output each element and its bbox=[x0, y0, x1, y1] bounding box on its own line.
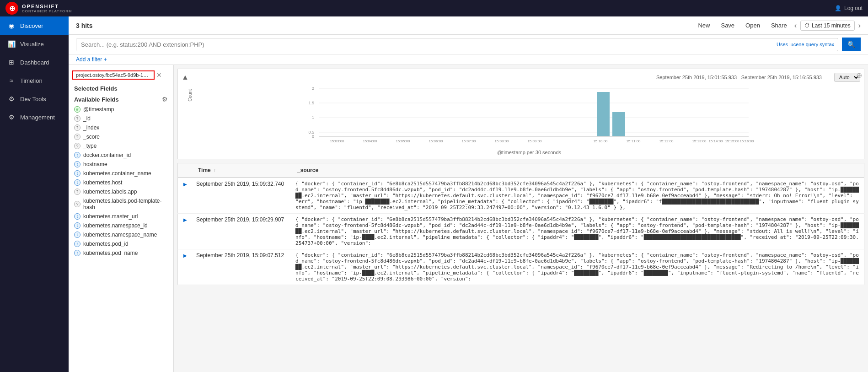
field-item-k8s-host[interactable]: t kubernetes.host bbox=[69, 178, 173, 187]
devtools-icon: ⚙ bbox=[7, 95, 16, 102]
field-item-docker-container-id[interactable]: t docker.container_id bbox=[69, 151, 173, 160]
col-time[interactable]: Time ↑ bbox=[193, 163, 292, 178]
nav-next-arrow[interactable]: › bbox=[858, 22, 861, 30]
svg-text:15:13:00: 15:13:00 bbox=[692, 139, 707, 143]
field-item-index[interactable]: ? _index bbox=[69, 123, 173, 132]
chart-svg: 2 1.5 1 0.5 0 bbox=[198, 84, 860, 148]
field-name: _index bbox=[83, 124, 99, 131]
field-name: kubernetes.pod_name bbox=[83, 250, 138, 256]
sidebar-item-discover[interactable]: ◉ Discover bbox=[0, 16, 69, 35]
search-bar: Uses lucene query syntax 🔍 bbox=[69, 35, 868, 54]
expand-arrow-icon[interactable]: ▶ bbox=[182, 253, 189, 258]
field-item-k8s-master-url[interactable]: t kubernetes.master_url bbox=[69, 212, 173, 221]
svg-text:15:15:00: 15:15:00 bbox=[725, 139, 739, 143]
sidebar-item-label: Dev Tools bbox=[20, 96, 46, 102]
field-name: _id bbox=[83, 115, 91, 122]
sidebar-item-management[interactable]: ⚙ Management bbox=[0, 108, 69, 126]
field-type-badge: ? bbox=[74, 115, 80, 122]
svg-text:0: 0 bbox=[312, 134, 314, 139]
field-item-score[interactable]: ? _score bbox=[69, 132, 173, 141]
brand: ⊕ OPENSHIFT CONTAINER PLATFORM bbox=[5, 2, 72, 15]
field-name: kubernetes.namespace_name bbox=[83, 232, 157, 238]
field-item-k8s-namespace-name[interactable]: t kubernetes.namespace_name bbox=[69, 230, 173, 239]
field-type-badge: ? bbox=[74, 134, 80, 140]
logout-link[interactable]: Log out bbox=[844, 5, 863, 11]
field-name: kubernetes.master_url bbox=[83, 213, 138, 220]
nav-prev-arrow[interactable]: ‹ bbox=[794, 22, 797, 30]
openshift-brand-text: OPENSHIFT CONTAINER PLATFORM bbox=[22, 4, 72, 13]
new-button[interactable]: New bbox=[694, 20, 713, 31]
filter-remove-icon[interactable]: ✕ bbox=[156, 71, 162, 79]
brand-subtitle: CONTAINER PLATFORM bbox=[22, 9, 72, 13]
field-type-badge: ? bbox=[74, 143, 80, 149]
field-type-badge: t bbox=[74, 179, 80, 186]
chart-with-y-axis: Count 2 bbox=[182, 84, 860, 155]
sidebar-item-devtools[interactable]: ⚙ Dev Tools bbox=[0, 90, 69, 108]
content-area: 3 hits New Save Open Share ‹ ⏱ Last 15 m… bbox=[69, 16, 868, 372]
svg-text:15:09:00: 15:09:00 bbox=[527, 139, 542, 143]
row-expand-cell[interactable]: ▶ bbox=[178, 249, 193, 285]
row-source-cell: { "docker": { "container_id": "6e8b8ca25… bbox=[292, 249, 864, 285]
field-item-k8s-namespace-id[interactable]: t kubernetes.namespace_id bbox=[69, 221, 173, 230]
time-range-picker[interactable]: ⏱ Last 15 minutes bbox=[800, 21, 855, 31]
field-type-badge: ? bbox=[74, 201, 80, 207]
filter-chip-label[interactable]: project.ostoy.fbc54ac5-9d9b-11e9-9f00-0e… bbox=[72, 70, 155, 80]
available-fields-title: Available Fields bbox=[74, 96, 119, 103]
field-name: _type bbox=[83, 143, 96, 149]
field-item-type[interactable]: ? _type bbox=[69, 141, 173, 151]
sidebar-item-label: Dashboard bbox=[20, 59, 49, 66]
clock-icon: ⏱ bbox=[804, 22, 810, 29]
sidebar-item-label: Visualize bbox=[20, 41, 44, 48]
sidebar-item-label: Discover bbox=[20, 22, 43, 29]
field-item-k8s-pod-name[interactable]: t kubernetes.pod_name bbox=[69, 248, 173, 258]
share-button[interactable]: Share bbox=[767, 20, 791, 31]
chart-expand-icon[interactable]: ▲ bbox=[182, 73, 189, 81]
sort-arrow-icon: ↑ bbox=[214, 168, 216, 173]
field-item-k8s-pod-id[interactable]: t kubernetes.pod_id bbox=[69, 239, 173, 248]
svg-text:15:07:00: 15:07:00 bbox=[461, 139, 476, 143]
row-expand-cell[interactable]: ▶ bbox=[178, 214, 193, 249]
field-name: kubernetes.pod_id bbox=[83, 241, 129, 247]
main-layout: ◉ Discover 📊 Visualize ⊞ Dashboard ≈ Tim… bbox=[0, 16, 868, 372]
lucene-syntax-link[interactable]: Uses lucene query syntax bbox=[773, 42, 838, 47]
svg-text:15:04:00: 15:04:00 bbox=[363, 139, 377, 143]
field-item-id[interactable]: ? _id bbox=[69, 114, 173, 123]
search-submit-button[interactable]: 🔍 bbox=[842, 38, 861, 51]
field-item-timestamp[interactable]: # @timestamp bbox=[69, 105, 173, 114]
field-type-badge: t bbox=[74, 241, 80, 247]
sidebar-item-dashboard[interactable]: ⊞ Dashboard bbox=[0, 53, 69, 71]
expand-arrow-icon[interactable]: ▶ bbox=[182, 217, 189, 222]
chart-collapse-icon[interactable]: ⊕ bbox=[856, 71, 862, 80]
sidebar-item-visualize[interactable]: 📊 Visualize bbox=[0, 35, 69, 53]
chart-area: ▲ September 25th 2019, 15:01:55.933 - Se… bbox=[177, 69, 864, 159]
table-header-row: Time ↑ _source bbox=[178, 163, 864, 178]
field-type-badge: t bbox=[74, 213, 80, 220]
sidebar-item-timelion[interactable]: ≈ Timelion bbox=[0, 71, 69, 90]
field-item-k8s-container-name[interactable]: t kubernetes.container_name bbox=[69, 169, 173, 178]
table-row: ▶ September 25th 2019, 15:09:32.740 { "d… bbox=[178, 178, 864, 214]
add-filter-text[interactable]: Add a filter + bbox=[76, 56, 107, 63]
fields-gear-icon[interactable]: ⚙ bbox=[162, 96, 168, 103]
user-menu[interactable]: 👤 Log out bbox=[835, 5, 863, 11]
chart-inner: 2 1.5 1 0.5 0 bbox=[198, 84, 860, 155]
save-button[interactable]: Save bbox=[717, 20, 738, 31]
visualize-icon: 📊 bbox=[7, 40, 16, 48]
field-type-badge: ? bbox=[74, 189, 80, 195]
field-item-k8s-labels-app[interactable]: ? kubernetes.labels.app bbox=[69, 187, 173, 196]
search-input-wrap: Uses lucene query syntax bbox=[76, 38, 838, 51]
management-icon: ⚙ bbox=[7, 113, 16, 121]
svg-text:1.5: 1.5 bbox=[308, 101, 314, 105]
add-filter-bar[interactable]: Add a filter + bbox=[69, 54, 868, 65]
time-range-label: Last 15 minutes bbox=[812, 22, 851, 29]
row-time-cell: September 25th 2019, 15:09:32.740 bbox=[193, 178, 292, 214]
search-input[interactable] bbox=[76, 38, 773, 51]
expand-arrow-icon[interactable]: ▶ bbox=[182, 182, 189, 187]
field-item-k8s-labels-pth[interactable]: ? kubernetes.labels.pod-template-hash bbox=[69, 196, 173, 212]
svg-text:15:06:00: 15:06:00 bbox=[429, 139, 443, 143]
svg-text:15:14:00: 15:14:00 bbox=[708, 139, 723, 143]
y-axis-label: Count bbox=[188, 89, 193, 102]
field-type-badge: t bbox=[74, 222, 80, 229]
field-item-hostname[interactable]: t hostname bbox=[69, 160, 173, 169]
open-button[interactable]: Open bbox=[742, 20, 764, 31]
row-expand-cell[interactable]: ▶ bbox=[178, 178, 193, 214]
